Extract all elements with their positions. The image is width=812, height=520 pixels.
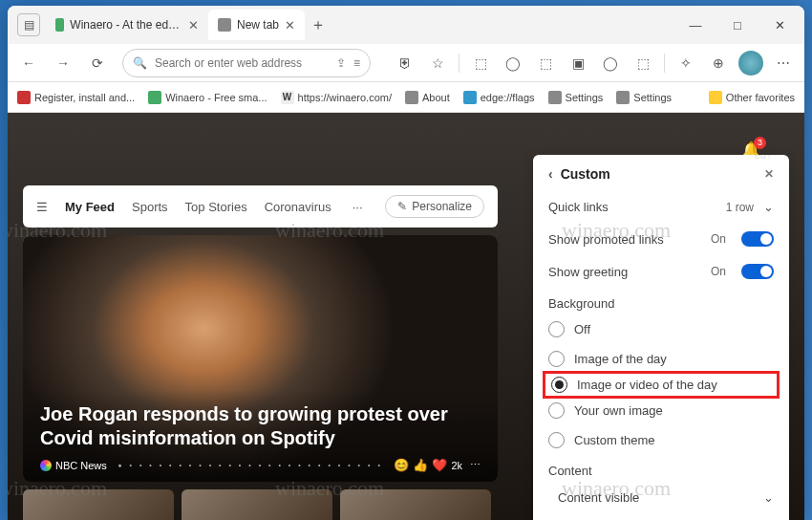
favicon-icon	[55, 18, 64, 32]
page-content: ☁ 4 °C 🎤 ⌕ ♢ 🔔3 ⚙ ☰ My Feed Sports Top S…	[8, 113, 804, 520]
reactions[interactable]: 😊👍❤️2k	[394, 458, 462, 472]
panel-title: Custom	[561, 166, 610, 182]
nbc-icon	[40, 460, 52, 471]
bg-option-off[interactable]: Off	[548, 314, 774, 344]
menu-icon[interactable]: ⋯	[768, 48, 799, 78]
back-icon[interactable]: ‹	[548, 166, 553, 182]
address-input[interactable]	[155, 56, 329, 70]
search-icon: 🔍	[133, 56, 147, 70]
quick-links-row[interactable]: Quick links 1 row ⌄	[548, 191, 774, 223]
titlebar: ▤ Winaero - At the edge of tweaki... ✕ N…	[8, 6, 804, 44]
content-visible-row[interactable]: Content visible ⌄	[548, 482, 774, 513]
favorite-icon[interactable]: ☆	[422, 48, 453, 78]
bookmarks-bar: Register, install and... Winaero - Free …	[8, 82, 804, 113]
favorites-icon[interactable]: ✧	[671, 48, 701, 78]
bookmark-item[interactable]: edge://flags	[463, 91, 535, 104]
ext-icon[interactable]: ◯	[498, 48, 528, 78]
promoted-toggle[interactable]	[741, 231, 774, 247]
bookmark-item[interactable]: Register, install and...	[17, 91, 135, 104]
bg-option-own-image[interactable]: Your own image	[548, 396, 774, 425]
greeting-toggle[interactable]	[741, 264, 774, 279]
bookmark-item[interactable]: Whttps://winaero.com/	[281, 91, 392, 104]
bg-option-custom-theme[interactable]: Custom theme	[548, 425, 774, 455]
reader-icon[interactable]: ≡	[353, 56, 360, 70]
bookmark-icon	[616, 91, 630, 104]
carousel-dots[interactable]: ● • • • • • • • • • • • • • • • • • • • …	[115, 462, 387, 468]
refresh-button[interactable]: ⟳	[82, 48, 113, 78]
occluded-text: ed?	[755, 155, 772, 161]
folder-icon	[709, 91, 722, 104]
bookmark-icon	[463, 91, 477, 104]
ext-icon[interactable]: ⬚	[465, 48, 496, 78]
back-button[interactable]: ←	[13, 48, 44, 78]
bookmark-icon	[148, 91, 161, 104]
feed-tab-sports[interactable]: Sports	[132, 200, 168, 214]
minimize-button[interactable]: ―	[674, 10, 716, 40]
news-card[interactable]: Joe Rogan responds to growing protest ov…	[23, 235, 498, 482]
favicon-icon	[218, 18, 231, 32]
address-bar[interactable]: 🔍 ⇪ ≡	[122, 49, 371, 77]
bookmark-item[interactable]: Winaero - Free sma...	[148, 91, 267, 104]
close-panel-icon[interactable]: ✕	[764, 167, 774, 181]
other-favorites[interactable]: Other favorites	[709, 91, 795, 104]
news-source: NBC News	[40, 460, 107, 471]
news-thumb[interactable]	[23, 489, 174, 520]
card-more-icon[interactable]: ⋯	[470, 459, 481, 471]
hamburger-icon[interactable]: ☰	[36, 200, 48, 214]
notification-badge: 3	[754, 137, 766, 149]
tab-strip: Winaero - At the edge of tweaki... ✕ New…	[46, 10, 674, 40]
maximize-button[interactable]: □	[716, 10, 759, 40]
profile-avatar[interactable]	[736, 48, 766, 78]
sparkle-icon: ✎	[397, 200, 407, 213]
ext-icon[interactable]: ⬚	[530, 48, 561, 78]
chevron-down-icon[interactable]: ⌄	[763, 490, 774, 505]
browser-window: ▤ Winaero - At the edge of tweaki... ✕ N…	[8, 6, 804, 520]
feed-bar: ☰ My Feed Sports Top Stories Coronavirus…	[23, 185, 498, 228]
promoted-links-row: Show promoted links On	[548, 223, 774, 255]
bookmark-icon	[548, 91, 562, 104]
feed-tab-topstories[interactable]: Top Stories	[185, 200, 247, 214]
personalize-button[interactable]: ✎Personalize	[385, 195, 484, 218]
ext-icon[interactable]: ◯	[595, 48, 626, 78]
forward-button[interactable]: →	[48, 48, 78, 78]
share-icon[interactable]: ⇪	[336, 56, 346, 70]
tab-newtab[interactable]: New tab ✕	[208, 10, 305, 40]
background-heading: Background	[548, 288, 774, 314]
bookmark-icon	[405, 91, 418, 104]
content-heading: Content	[548, 455, 774, 482]
tab-label: Winaero - At the edge of tweaki...	[70, 18, 182, 32]
news-overlay: Joe Rogan responds to growing protest ov…	[23, 389, 498, 482]
news-thumb[interactable]	[182, 489, 332, 520]
collections-icon[interactable]: ⊕	[703, 48, 734, 78]
tab-actions-icon[interactable]: ▤	[17, 13, 40, 36]
close-icon[interactable]: ✕	[285, 18, 295, 32]
toolbar: ← → ⟳ 🔍 ⇪ ≡ ⛨ ☆ ⬚ ◯ ⬚ ▣ ◯ ⬚ ✧ ⊕ ⋯	[8, 44, 804, 82]
news-thumb[interactable]	[340, 489, 491, 520]
bookmark-icon	[17, 91, 31, 104]
smile-icon: 😊	[394, 458, 409, 472]
bookmark-item[interactable]: Settings	[548, 91, 604, 104]
bookmark-item[interactable]: Settings	[616, 91, 672, 104]
bookmark-icon: W	[281, 91, 294, 104]
shield-icon[interactable]: ⛨	[390, 48, 420, 78]
new-tab-button[interactable]: ＋	[305, 11, 331, 38]
ext-icon[interactable]: ⬚	[628, 48, 658, 78]
heart-icon: ❤️	[432, 458, 447, 472]
chevron-down-icon[interactable]: ⌄	[763, 200, 774, 214]
bg-option-image-day[interactable]: Image of the day	[548, 344, 774, 374]
separator	[459, 54, 459, 73]
close-icon[interactable]: ✕	[188, 18, 199, 32]
feed-tab-coronavirus[interactable]: Coronavirus	[265, 200, 331, 214]
greeting-row: Show greeting On	[548, 255, 774, 288]
thumbnail-row	[23, 489, 491, 520]
tab-winaero[interactable]: Winaero - At the edge of tweaki... ✕	[46, 10, 208, 40]
like-icon: 👍	[413, 458, 428, 472]
feed-more-icon[interactable]: ···	[353, 200, 363, 214]
ext-icon[interactable]: ▣	[563, 48, 593, 78]
news-title: Joe Rogan responds to growing protest ov…	[40, 402, 481, 450]
feed-tab-myfeed[interactable]: My Feed	[65, 200, 115, 214]
close-window-button[interactable]: ✕	[759, 10, 801, 40]
bg-option-image-video-day[interactable]: Image or video of the day	[543, 371, 780, 399]
bookmark-item[interactable]: About	[405, 91, 450, 104]
separator	[664, 54, 665, 73]
